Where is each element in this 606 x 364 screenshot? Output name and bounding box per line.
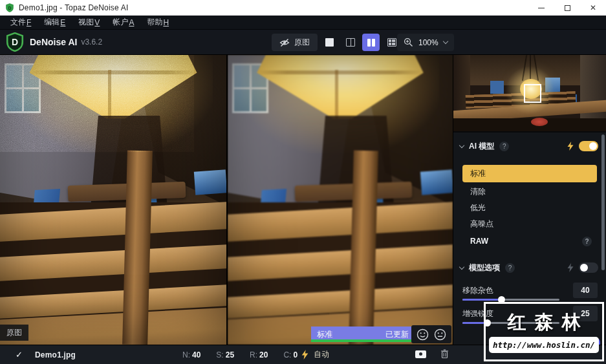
close-button[interactable]: ✕	[580, 0, 606, 16]
ai-model-title: AI 模型	[469, 141, 494, 152]
view-mode-group	[321, 34, 400, 51]
filename: Demo1.jpg	[35, 350, 76, 359]
scene-vignette	[0, 55, 226, 345]
model-options-title: 模型选项	[469, 262, 500, 273]
status-update-state: 已更新	[385, 329, 409, 340]
photo-scene	[228, 55, 453, 345]
eye-off-icon	[279, 38, 290, 47]
stat-recover: R:20	[250, 350, 268, 359]
stat-noise: N:40	[182, 350, 200, 359]
scene-vignette	[228, 55, 453, 345]
enhance-sharpness-value[interactable]: 25	[573, 306, 598, 321]
help-icon[interactable]: ?	[582, 237, 592, 246]
thumb-red-object	[531, 118, 548, 126]
show-original-button[interactable]: 原图	[272, 34, 318, 51]
ai-model-section-header: AI 模型 ?	[460, 140, 598, 153]
toolbar: D DeNoise AI v3.6.2 原图	[0, 30, 606, 55]
status-model-name: 标准	[317, 329, 332, 340]
stat-sharpen: S:25	[216, 350, 234, 359]
single-view-icon	[325, 38, 334, 47]
title-bar: D Demo1.jpg - Topaz DeNoise AI ✕	[0, 0, 606, 16]
chevron-down-icon	[442, 39, 448, 44]
side-by-side-icon	[367, 39, 375, 47]
model-status-badge: 标准 已更新	[311, 327, 415, 342]
svg-text:D: D	[8, 6, 12, 10]
thumbnail-viewport-rect[interactable]	[524, 84, 541, 103]
original-image-badge: 原图	[0, 325, 28, 341]
feedback-chip	[411, 325, 451, 343]
minimize-button[interactable]	[528, 0, 554, 16]
auto-label: 自动	[314, 349, 329, 360]
slider-fill	[462, 299, 501, 301]
remove-noise-label: 移除杂色	[462, 285, 493, 296]
maximize-button[interactable]	[554, 0, 580, 16]
lightning-icon	[301, 350, 308, 359]
slider-fill	[462, 322, 487, 324]
zoom-control[interactable]: 100%	[397, 34, 454, 51]
toggle-knob	[589, 142, 597, 150]
chevron-down-icon[interactable]	[459, 142, 464, 147]
app-brand: D DeNoise AI v3.6.2	[5, 32, 102, 52]
meh-face-icon[interactable]	[434, 328, 446, 341]
model-item-standard[interactable]: 标准	[462, 165, 597, 182]
model-item-severe-noise[interactable]: 高噪点	[462, 216, 597, 232]
bottom-bar: ✓ Demo1.jpg N:40 S:25 R:20 C:0 自动	[0, 345, 606, 364]
smiley-face-icon[interactable]	[417, 328, 429, 341]
split-view-icon	[346, 38, 355, 47]
trash-icon[interactable]	[440, 349, 449, 359]
app-version: v3.6.2	[81, 37, 102, 47]
menu-bar: 文件F 编辑E 视图V 帐户A 帮助H	[0, 16, 606, 30]
model-list: 标准 清除 低光 高噪点 RAW ?	[462, 165, 597, 250]
auto-mode[interactable]: 自动	[301, 349, 329, 360]
remove-noise-slider[interactable]	[462, 295, 559, 303]
viewer-processed-panel[interactable]: 标准 已更新	[228, 55, 453, 345]
viewer-original-panel[interactable]: 原图	[0, 55, 226, 345]
app-window: D Demo1.jpg - Topaz DeNoise AI ✕ 文件F 编辑E…	[0, 0, 606, 364]
help-icon[interactable]: ?	[499, 142, 509, 151]
check-icon: ✓	[16, 350, 23, 359]
slider-knob[interactable]	[484, 319, 491, 327]
zoom-level: 100%	[418, 38, 438, 47]
menu-file[interactable]: 文件F	[4, 16, 38, 29]
view-single-button[interactable]	[321, 34, 338, 51]
menu-edit[interactable]: 编辑E	[38, 16, 72, 29]
snapshot-icon[interactable]	[415, 350, 426, 358]
ai-model-toggle[interactable]	[579, 141, 598, 151]
thumb-bottom-shadow	[453, 118, 606, 131]
app-name: DeNoise AI	[30, 37, 77, 47]
model-item-lowlight[interactable]: 低光	[462, 200, 597, 216]
menu-view[interactable]: 视图V	[72, 16, 106, 29]
enhance-sharpness-label: 增强锐度	[462, 308, 493, 319]
app-shield-icon: D	[5, 3, 14, 12]
window-title: Demo1.jpg - Topaz DeNoise AI	[19, 3, 128, 12]
window-controls: ✕	[528, 0, 606, 16]
model-item-clear[interactable]: 清除	[462, 184, 597, 200]
chevron-down-icon[interactable]	[459, 264, 464, 269]
model-item-raw[interactable]: RAW ?	[462, 232, 597, 250]
slider-knob[interactable]	[498, 296, 505, 303]
comparison-grid-icon	[387, 38, 396, 47]
zoom-icon	[404, 37, 413, 47]
view-split-button[interactable]	[341, 34, 359, 51]
svg-text:D: D	[12, 37, 18, 47]
main-area: 原图 标准 已更新	[0, 55, 606, 345]
denoise-logo-icon: D	[5, 32, 25, 52]
lightning-icon	[567, 142, 574, 151]
remove-noise-value[interactable]: 40	[573, 283, 598, 298]
bottom-bar-icons	[415, 349, 449, 359]
thumb-lamp-cord	[530, 55, 531, 81]
sidebar-scrollbar[interactable]	[601, 134, 605, 270]
view-side-by-side-button[interactable]	[362, 34, 380, 51]
menu-help[interactable]: 帮助H	[140, 16, 175, 29]
processing-stats: N:40 S:25 R:20 C:0	[182, 350, 298, 359]
menu-account[interactable]: 帐户A	[106, 16, 140, 29]
lightning-icon	[567, 263, 574, 272]
enhance-sharpness-slider[interactable]	[462, 319, 559, 327]
thumb-window	[490, 81, 504, 94]
model-options-toggle[interactable]	[579, 262, 598, 273]
toggle-knob	[580, 264, 588, 272]
navigation-thumbnail[interactable]	[453, 55, 606, 133]
show-original-label: 原图	[294, 37, 310, 48]
help-icon[interactable]: ?	[505, 263, 515, 273]
stat-color: C:0	[283, 350, 298, 359]
